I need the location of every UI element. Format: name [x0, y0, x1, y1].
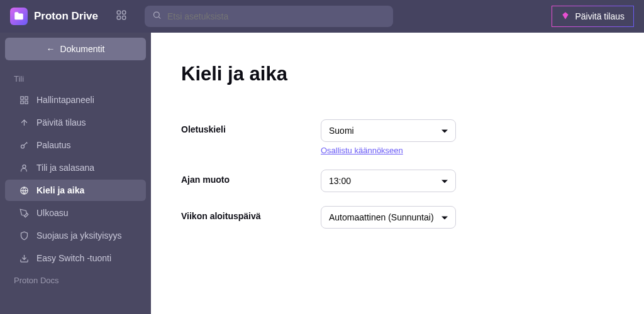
content: Kieli ja aika Oletuskieli Suomi Osallist…: [151, 33, 644, 314]
sidebar-item-label: Hallintapaneeli: [36, 95, 94, 105]
download-icon: [19, 253, 29, 263]
field-label-week: Viikon aloituspäivä: [181, 206, 321, 221]
user-icon: [19, 163, 29, 173]
svg-point-10: [21, 144, 24, 148]
search-input[interactable]: [145, 6, 393, 27]
field-label-language: Oletuskieli: [181, 119, 321, 134]
page-title: Kieli ja aika: [181, 63, 619, 85]
svg-rect-8: [20, 100, 23, 103]
svg-rect-1: [123, 11, 126, 14]
search-icon: [152, 11, 162, 23]
brand-icon: [10, 8, 28, 25]
svg-rect-0: [117, 11, 120, 14]
brand-text: Proton Drive: [34, 10, 98, 23]
arrow-up-icon: [19, 117, 29, 127]
sidebar-item-label: Easy Switch -tuonti: [36, 253, 111, 263]
svg-point-4: [154, 12, 160, 18]
time-format-select[interactable]: 13:00: [321, 170, 456, 192]
sidebar-item-dashboard[interactable]: Hallintapaneeli: [5, 89, 146, 111]
brand[interactable]: Proton Drive: [10, 8, 98, 25]
sidebar-item-label: Palautus: [36, 140, 70, 150]
sidebar-item-security-privacy[interactable]: Suojaus ja yksityisyys: [5, 225, 146, 246]
svg-rect-2: [117, 16, 120, 19]
sidebar-item-language-time[interactable]: Kieli ja aika: [5, 180, 146, 201]
field-week-start: Viikon aloituspäivä Automaattinen (Sunnu…: [181, 206, 619, 229]
sidebar-item-easy-switch[interactable]: Easy Switch -tuonti: [5, 247, 146, 269]
sidebar-item-recovery[interactable]: Palautus: [5, 134, 146, 156]
sidebar-item-label: Suojaus ja yksityisyys: [36, 230, 121, 241]
field-time-format: Ajan muoto 13:00: [181, 170, 619, 192]
sidebar-section-docs: Proton Docs: [0, 269, 151, 290]
svg-point-11: [23, 165, 26, 168]
sidebar-item-label: Ulkoasu: [36, 208, 69, 218]
language-select[interactable]: Suomi: [321, 119, 456, 142]
upgrade-button[interactable]: Päivitä tilaus: [552, 6, 634, 27]
diamond-icon: [561, 11, 570, 22]
apps-icon[interactable]: [116, 9, 127, 23]
week-value: Automaattinen (Sunnuntai): [329, 212, 434, 222]
sidebar-item-appearance[interactable]: Ulkoasu: [5, 202, 146, 224]
shield-icon: [19, 230, 29, 241]
sidebar-item-account-password[interactable]: Tili ja salasana: [5, 157, 146, 178]
arrow-left-icon: ←: [47, 44, 55, 54]
sidebar-item-label: Kieli ja aika: [36, 185, 84, 195]
svg-rect-7: [25, 96, 27, 99]
search-box: [145, 6, 393, 27]
field-label-time: Ajan muoto: [181, 170, 321, 185]
translation-link[interactable]: Osallistu käännökseen: [321, 146, 403, 155]
svg-rect-6: [20, 96, 23, 99]
grid-icon: [19, 95, 29, 105]
svg-line-5: [158, 17, 160, 19]
upgrade-label: Päivitä tilaus: [575, 11, 625, 21]
field-language: Oletuskieli Suomi Osallistu käännökseen: [181, 119, 619, 156]
language-icon: [19, 185, 29, 195]
language-value: Suomi: [329, 126, 354, 136]
sidebar: ← Dokumentit Tili Hallintapaneeli Päivit…: [0, 33, 151, 314]
sidebar-section-account: Tili: [0, 68, 151, 89]
back-label: Dokumentit: [60, 44, 105, 54]
sidebar-item-label: Päivitä tilaus: [36, 117, 86, 127]
brush-icon: [19, 208, 29, 218]
topbar: Proton Drive Päivitä tilaus: [0, 0, 644, 33]
svg-rect-3: [123, 16, 126, 19]
sidebar-item-label: Tili ja salasana: [36, 163, 94, 173]
back-button[interactable]: ← Dokumentit: [5, 38, 146, 60]
key-icon: [19, 140, 29, 150]
sidebar-item-upgrade[interactable]: Päivitä tilaus: [5, 112, 146, 133]
svg-rect-9: [25, 100, 27, 103]
time-value: 13:00: [329, 176, 351, 186]
week-start-select[interactable]: Automaattinen (Sunnuntai): [321, 206, 456, 229]
